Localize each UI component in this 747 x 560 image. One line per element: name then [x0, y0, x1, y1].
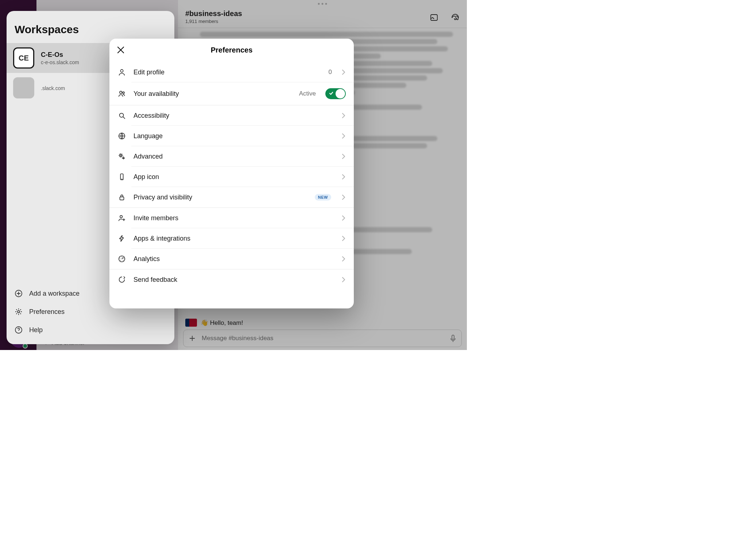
- pref-send-feedback[interactable]: Send feedback: [109, 269, 354, 290]
- pref-label: Edit profile: [133, 69, 321, 76]
- bolt-icon: [117, 234, 126, 243]
- svg-point-14: [120, 215, 122, 218]
- chevron-right-icon: [341, 153, 346, 160]
- lock-icon: [117, 193, 126, 202]
- svg-point-5: [120, 70, 123, 72]
- workspace-url: .slack.com: [41, 85, 65, 91]
- pref-aux: Active: [299, 90, 316, 97]
- pref-language[interactable]: Language: [109, 126, 354, 146]
- help-button[interactable]: Help: [7, 321, 174, 339]
- plus-circle-icon: [15, 289, 23, 298]
- person-icon: [117, 68, 126, 77]
- workspaces-title: Workspaces: [7, 11, 174, 43]
- chevron-right-icon: [341, 235, 346, 242]
- gear-icon: [15, 308, 23, 316]
- phone-icon: [117, 172, 126, 181]
- preferences-modal: Preferences Edit profile0Your availabili…: [109, 39, 354, 308]
- svg-point-7: [123, 92, 124, 94]
- modal-title: Preferences: [211, 46, 253, 54]
- search-icon: [117, 111, 126, 120]
- chevron-right-icon: [341, 215, 346, 221]
- gears-icon: [117, 152, 126, 161]
- chevron-right-icon: [341, 133, 346, 139]
- pref-label: Send feedback: [133, 276, 334, 284]
- feedback-icon: [117, 275, 126, 284]
- invite-icon: [117, 214, 126, 222]
- pref-label: Privacy and visibility: [133, 194, 307, 201]
- pref-accessibility[interactable]: Accessibility: [109, 105, 354, 126]
- chevron-right-icon: [341, 174, 346, 180]
- pref-aux: 0: [329, 69, 332, 76]
- pref-apps-integrations[interactable]: Apps & integrations: [109, 228, 354, 249]
- pref-label: Accessibility: [133, 112, 334, 120]
- pref-your-availability[interactable]: Your availabilityActive: [109, 82, 354, 105]
- svg-point-10: [120, 155, 122, 156]
- svg-rect-13: [120, 197, 124, 200]
- new-badge: NEW: [315, 194, 331, 201]
- chevron-right-icon: [341, 256, 346, 262]
- workspace-icon: [13, 77, 34, 98]
- gauge-icon: [117, 254, 126, 263]
- pref-invite-members[interactable]: Invite members: [109, 208, 354, 228]
- workspace-icon: CE: [13, 47, 34, 69]
- svg-point-3: [18, 311, 20, 313]
- pref-label: Language: [133, 132, 334, 140]
- pref-label: Invite members: [133, 214, 334, 222]
- pref-label: App icon: [133, 173, 334, 181]
- svg-point-8: [120, 113, 124, 117]
- people-icon: [117, 89, 126, 98]
- close-icon[interactable]: [116, 45, 126, 55]
- chevron-right-icon: [341, 276, 346, 283]
- chevron-right-icon: [341, 194, 346, 201]
- chevron-right-icon: [341, 69, 346, 75]
- workspace-url: c-e-os.slack.com: [41, 59, 79, 65]
- pref-label: Apps & integrations: [133, 235, 334, 242]
- pref-edit-profile[interactable]: Edit profile0: [109, 62, 354, 82]
- pref-label: Advanced: [133, 153, 334, 160]
- pref-app-icon[interactable]: App icon: [109, 167, 354, 187]
- pref-privacy-and-visibility[interactable]: Privacy and visibilityNEW: [109, 187, 354, 207]
- chevron-right-icon: [341, 112, 346, 119]
- pref-analytics[interactable]: Analytics: [109, 249, 354, 269]
- workspace-name: C-E-Os: [41, 51, 79, 59]
- pref-label: Analytics: [133, 255, 334, 263]
- pref-advanced[interactable]: Advanced: [109, 146, 354, 167]
- svg-point-6: [120, 91, 122, 93]
- pref-label: Your availability: [133, 90, 292, 98]
- availability-toggle[interactable]: [325, 88, 346, 99]
- help-icon: [15, 326, 23, 334]
- globe-icon: [117, 132, 126, 140]
